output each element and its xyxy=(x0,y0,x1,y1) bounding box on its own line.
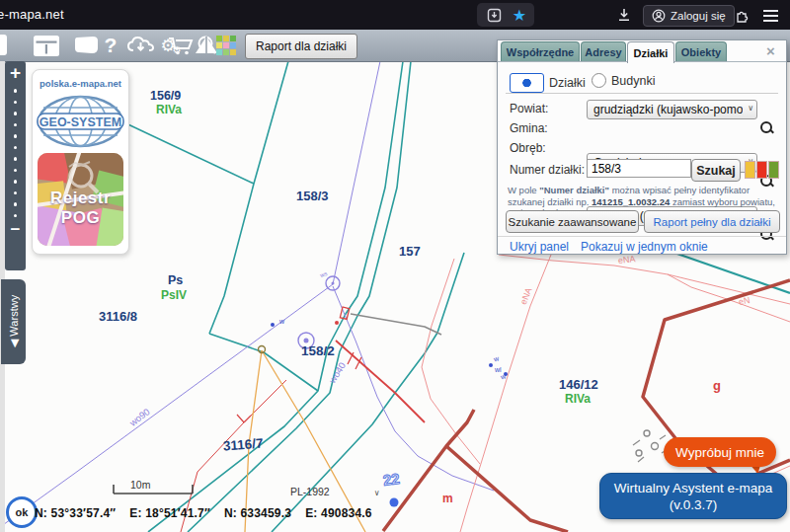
app-window: 156/9RIVa158/3157PsPsIV3116/8158/23116/7… xyxy=(0,0,790,532)
assistant-button-line1: Wirtualny Asystent e-mapa xyxy=(614,480,773,496)
save-page-icon[interactable] xyxy=(484,6,504,24)
legend-swatch xyxy=(745,161,755,179)
svg-text:GEO-SYSTEM: GEO-SYSTEM xyxy=(40,115,121,129)
coord-xy-e: E: 490834.6 xyxy=(305,506,372,520)
layout-panels-icon[interactable] xyxy=(32,34,61,57)
map-label: g xyxy=(713,378,721,393)
map-label: 158/3 xyxy=(296,189,329,203)
site-name: polska.e-mapa.net xyxy=(33,78,128,89)
zoom-in-button[interactable]: + xyxy=(10,63,21,83)
crs-select[interactable]: PL-1992 ∨ xyxy=(290,486,379,497)
downloads-icon[interactable] xyxy=(615,7,633,23)
tab-wspolrzedne[interactable]: Współrzędne xyxy=(501,41,580,61)
layers-tab-label: ◀ Warstwy xyxy=(8,285,21,358)
ok-button[interactable]: ok xyxy=(6,496,38,528)
radio-budynki[interactable]: Budynki xyxy=(592,73,655,88)
menu-hamburger-icon[interactable] xyxy=(763,10,778,12)
coordinates-readout: N: 53°33′57.4″E: 18°51′41.7″N: 633459.3E… xyxy=(35,506,386,520)
map-label: wl xyxy=(495,366,502,373)
map-label: RIVa xyxy=(156,103,182,116)
map-label: 3116/7 xyxy=(223,436,264,454)
zoom-slider[interactable]: + − xyxy=(5,61,26,270)
map-label: ws xyxy=(319,270,328,278)
gmina-label: Gmina: xyxy=(510,121,548,135)
divider xyxy=(498,236,786,237)
zoom-out-button[interactable]: − xyxy=(11,223,21,237)
chevron-down-icon: ∨ xyxy=(748,104,753,113)
zoom-slider-track[interactable] xyxy=(14,89,18,217)
map-label: Ps xyxy=(168,273,183,287)
panel-close-icon[interactable]: × xyxy=(766,42,775,59)
rejestr-pog-badge[interactable]: Rejestr POG xyxy=(38,153,123,246)
coord-xy-n: N: 633459.3 xyxy=(224,506,291,520)
legend-swatch xyxy=(768,161,779,179)
tab-obiekty[interactable]: Obiekty xyxy=(675,41,727,61)
advanced-search-button[interactable]: Szukanie zaawansowane xyxy=(506,210,639,233)
map-label: 156/9 xyxy=(150,89,181,103)
legend-color-swatches[interactable] xyxy=(745,161,780,179)
map-label: eNA xyxy=(618,254,636,266)
map-label: 157 xyxy=(399,244,421,259)
map-label: 158/2 xyxy=(301,343,335,358)
powiat-select[interactable]: grudziądzki (kujawsko-pomorskie ∨ xyxy=(587,100,757,119)
obreb-label: Obręb: xyxy=(510,141,546,155)
map-label: m xyxy=(442,492,453,505)
map-label: wo90 xyxy=(127,406,152,427)
assistant-try-me-bubble[interactable]: Wypróbuj mnie xyxy=(664,437,776,467)
map-label: 22 xyxy=(382,470,401,489)
radio-dzialki[interactable]: Działki xyxy=(510,73,586,93)
map-label: wo40 xyxy=(327,360,348,385)
radio-dzialki-circle[interactable] xyxy=(510,73,544,93)
map-label: w xyxy=(493,354,500,362)
bookmark-star-icon[interactable]: ★ xyxy=(509,4,530,26)
radio-budynki-circle[interactable] xyxy=(592,73,606,88)
login-button[interactable]: Zaloguj się xyxy=(643,5,735,27)
map-label: PsIV xyxy=(161,288,187,302)
coord-geo-e: E: 18°51′41.7″ xyxy=(129,506,210,520)
search-panel: Współrzędne Adresy Działki Obiekty × Dzi… xyxy=(497,39,787,255)
cloud-download-icon[interactable] xyxy=(124,34,156,57)
map-label: w xyxy=(279,318,284,325)
browser-tab-title[interactable]: e-mapa.net xyxy=(0,7,64,22)
divider xyxy=(506,93,778,94)
extensions-puzzle-icon[interactable] xyxy=(733,7,750,23)
legend-swatch xyxy=(756,161,767,179)
login-button-label: Zaloguj się xyxy=(671,10,726,22)
tab-dzialki[interactable]: Działki xyxy=(627,41,674,63)
pog-badge-text: Rejestr POG xyxy=(38,189,123,228)
assistant-button-line2: (v.0.3.7) xyxy=(670,496,718,513)
help-icon[interactable]: ? xyxy=(102,34,119,57)
map-label: eN xyxy=(738,295,750,307)
report-parcel-button[interactable]: Raport dla działki xyxy=(245,34,357,59)
hide-panel-link[interactable]: Ukryj panel xyxy=(510,240,569,254)
clipped-tool-icon[interactable] xyxy=(0,35,7,55)
numer-label: Numer działki: xyxy=(510,163,585,177)
single-window-link[interactable]: Pokazuj w jednym oknie xyxy=(581,240,708,254)
map-label: 3116/8 xyxy=(99,309,137,324)
layers-panel-tab[interactable]: ◀ Warstwy xyxy=(1,279,26,364)
scale-bar xyxy=(113,484,194,495)
map-label: w xyxy=(500,372,507,380)
legend-grid-icon[interactable] xyxy=(213,34,239,57)
szukaj-button[interactable]: Szukaj xyxy=(691,159,741,182)
scale-label: 10m xyxy=(130,479,150,491)
powiat-search-icon[interactable] xyxy=(760,121,774,135)
tab-adresy[interactable]: Adresy xyxy=(581,41,626,61)
powiat-label: Powiat: xyxy=(510,102,548,115)
map-label: RIVa xyxy=(565,392,591,406)
geo-system-logo: GEO-SYSTEM xyxy=(37,94,124,149)
numer-dzialki-input[interactable] xyxy=(587,159,691,178)
full-report-button[interactable]: Raport pełny dla działki xyxy=(644,210,780,233)
account-icon xyxy=(652,9,666,23)
chevron-down-icon: ∨ xyxy=(374,489,380,497)
map-label: 146/12 xyxy=(559,377,598,392)
map-label: eNA xyxy=(518,286,534,306)
virtual-assistant-button[interactable]: Wirtualny Asystent e-mapa (v.0.3.7) xyxy=(599,473,787,519)
browser-chrome: e-mapa.net ★ Zaloguj się xyxy=(0,0,790,30)
branding-card[interactable]: polska.e-mapa.net GEO-SYSTEM xyxy=(32,69,129,255)
region-bubble-icon[interactable] xyxy=(71,34,101,57)
coord-geo-n: N: 53°33′57.4″ xyxy=(35,506,116,520)
